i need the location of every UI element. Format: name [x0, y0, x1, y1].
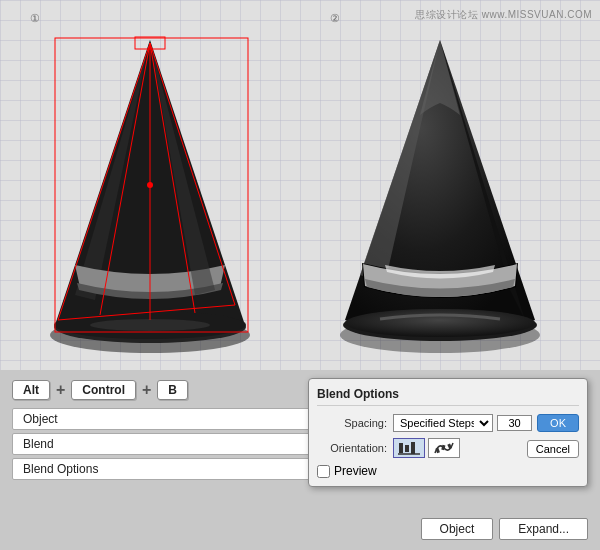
cone-2-svg — [330, 35, 550, 355]
orient-align-to-path-btn[interactable] — [428, 438, 460, 458]
step-number-1: ① — [30, 12, 40, 25]
spacing-select[interactable]: Specified Steps Specified Distance Smoot… — [393, 414, 493, 432]
step-number-2: ② — [330, 12, 340, 25]
svg-rect-13 — [411, 442, 415, 454]
cancel-button[interactable]: Cancel — [527, 440, 579, 458]
canvas-area: 思综设计论坛 www.MISSVUAN.COM ① ② — [0, 0, 600, 370]
svg-rect-15 — [435, 448, 440, 454]
cone-1-svg — [40, 35, 260, 355]
bottom-object-btn[interactable]: Object — [421, 518, 494, 540]
blend-options-dialog: Blend Options Spacing: Specified Steps S… — [308, 378, 588, 487]
alt-key: Alt — [12, 380, 50, 400]
control-key: Control — [71, 380, 136, 400]
cone-2-container — [310, 30, 570, 360]
dialog-title: Blend Options — [317, 387, 579, 406]
plus-1: + — [56, 381, 65, 399]
plus-2: + — [142, 381, 151, 399]
preview-checkbox[interactable] — [317, 465, 330, 478]
orient-align-to-page-btn[interactable] — [393, 438, 425, 458]
spacing-row: Spacing: Specified Steps Specified Dista… — [317, 414, 579, 432]
cone-1-container — [20, 30, 280, 360]
cancel-col: Cancel — [527, 438, 579, 458]
bottom-expand-btn[interactable]: Expand... — [499, 518, 588, 540]
orientation-row: Orientation: Cancel — [317, 438, 579, 458]
preview-label: Preview — [334, 464, 377, 478]
svg-point-10 — [345, 309, 535, 337]
spacing-label: Spacing: — [317, 417, 387, 429]
preview-row: Preview — [317, 464, 579, 478]
ok-button[interactable]: OK — [537, 414, 579, 432]
watermark: 思综设计论坛 www.MISSVUAN.COM — [415, 8, 592, 22]
svg-point-6 — [147, 182, 153, 188]
dialog-bottom-buttons: Object Expand... — [421, 518, 588, 540]
svg-rect-11 — [399, 443, 403, 453]
bottom-bar: Alt + Control + B Object Blend ▶ Blend O… — [0, 370, 600, 550]
steps-input[interactable] — [497, 415, 532, 431]
ok-cancel-col: OK — [537, 414, 579, 432]
orientation-label: Orientation: — [317, 442, 387, 454]
b-key: B — [157, 380, 188, 400]
svg-rect-12 — [405, 445, 409, 452]
svg-point-3 — [90, 319, 210, 331]
